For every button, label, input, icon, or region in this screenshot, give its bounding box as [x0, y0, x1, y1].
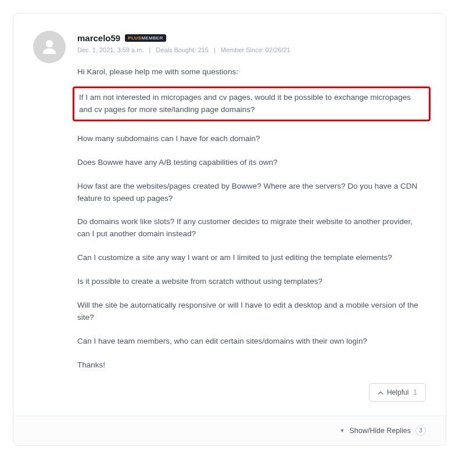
reply-count-badge: 3	[415, 425, 426, 436]
person-icon	[39, 37, 60, 57]
highlighted-question: If I am not interested in micropages and…	[73, 86, 431, 121]
comment-meta: Dec. 1, 2021, 3:59 a.m. | Deals Bought: …	[77, 46, 426, 53]
helpful-label: Helpful	[387, 388, 408, 396]
comment-paragraph: Does Bowwe have any A/B testing capabili…	[77, 157, 426, 169]
badge-member-text: MEMBER	[141, 35, 163, 41]
comment-paragraph: Can I have team members, who can edit ce…	[77, 336, 426, 348]
comment-paragraph: Is it possible to create a website from …	[77, 276, 426, 288]
helpful-count: 1	[413, 388, 417, 396]
badge-plus-text: PLUS	[128, 35, 141, 41]
comment-actions: Helpful 1	[77, 383, 426, 402]
meta-since: Member Since: 02/26/21	[221, 46, 291, 53]
show-hide-replies-button[interactable]: ▼ Show/Hide Replies 3	[339, 425, 426, 436]
meta-date: Dec. 1, 2021, 3:59 a.m.	[77, 46, 144, 53]
svg-point-0	[46, 40, 53, 48]
comment-paragraph: Thanks!	[77, 359, 426, 372]
replies-toggle-label: Show/Hide Replies	[349, 427, 411, 435]
comment-paragraph: Do domains work like slots? If any custo…	[77, 216, 426, 240]
username-link[interactable]: marcelo59	[77, 33, 120, 43]
comment-footer: ▼ Show/Hide Replies 3	[13, 416, 446, 445]
helpful-button[interactable]: Helpful 1	[369, 383, 426, 402]
comment-paragraph: Hi Karol, please help me with some quest…	[77, 66, 426, 78]
comment-paragraph: Can I customize a site any way I want or…	[77, 252, 426, 264]
comment-main: marcelo59 PLUSMEMBER Dec. 1, 2021, 3:59 …	[77, 33, 426, 402]
avatar	[33, 31, 66, 63]
meta-sep: |	[149, 46, 150, 53]
meta-deals: Deals Bought: 215	[156, 46, 209, 53]
chevron-up-icon	[378, 390, 383, 395]
comment-paragraph: Will the site be automatically responsiv…	[77, 300, 426, 324]
comment-card: marcelo59 PLUSMEMBER Dec. 1, 2021, 3:59 …	[13, 13, 446, 446]
plus-member-badge: PLUSMEMBER	[125, 34, 166, 42]
comment-header: marcelo59 PLUSMEMBER	[77, 33, 426, 43]
meta-sep: |	[214, 46, 216, 53]
caret-down-icon: ▼	[339, 428, 345, 434]
comment-paragraph: How many subdomains can I have for each …	[77, 133, 426, 145]
comment-paragraph: How fast are the websites/pages created …	[77, 181, 426, 205]
comment-paragraph: If I am not interested in micropages and…	[79, 92, 424, 116]
comment-body: marcelo59 PLUSMEMBER Dec. 1, 2021, 3:59 …	[13, 13, 446, 416]
